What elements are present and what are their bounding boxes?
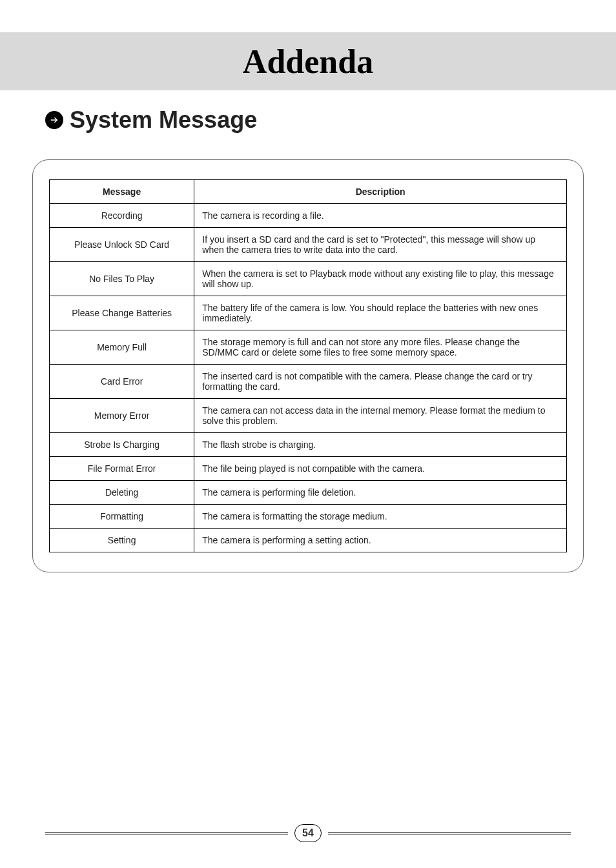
desc-cell: The camera is performing file deletion. bbox=[194, 481, 567, 505]
section-heading: System Message bbox=[45, 106, 616, 134]
table-row: Memory FullThe storage memory is full an… bbox=[50, 330, 567, 365]
col-header-description: Description bbox=[194, 180, 567, 204]
desc-cell: The camera is performing a setting actio… bbox=[194, 529, 567, 552]
msg-cell: Memory Error bbox=[50, 399, 194, 433]
msg-cell: Recording bbox=[50, 204, 194, 228]
table-row: Strobe Is ChargingThe flash strobe is ch… bbox=[50, 433, 567, 457]
desc-cell: The file being played is not compatible … bbox=[194, 457, 567, 481]
msg-cell: Deleting bbox=[50, 481, 194, 505]
table-row: FormattingThe camera is formatting the s… bbox=[50, 505, 567, 529]
msg-cell: Formatting bbox=[50, 505, 194, 529]
page-title: Addenda bbox=[243, 43, 373, 81]
msg-cell: Please Change Batteries bbox=[50, 296, 194, 330]
table-row: No Files To PlayWhen the camera is set t… bbox=[50, 262, 567, 296]
table-row: Please Change BatteriesThe battery life … bbox=[50, 296, 567, 330]
table-row: DeletingThe camera is performing file de… bbox=[50, 481, 567, 505]
desc-cell: The camera is formatting the storage med… bbox=[194, 505, 567, 529]
table-panel: Message Description RecordingThe camera … bbox=[32, 159, 584, 572]
title-banner: Addenda bbox=[0, 32, 616, 90]
msg-cell: Strobe Is Charging bbox=[50, 433, 194, 457]
desc-cell: The inserted card is not compatible with… bbox=[194, 365, 567, 399]
section-title-text: System Message bbox=[70, 106, 257, 134]
desc-cell: If you insert a SD card and the card is … bbox=[194, 228, 567, 262]
arrow-right-circle-icon bbox=[45, 111, 63, 129]
desc-cell: The flash strobe is charging. bbox=[194, 433, 567, 457]
msg-cell: File Format Error bbox=[50, 457, 194, 481]
desc-cell: The camera can not access data in the in… bbox=[194, 399, 567, 433]
msg-cell: Please Unlock SD Card bbox=[50, 228, 194, 262]
table-row: RecordingThe camera is recording a file. bbox=[50, 204, 567, 228]
desc-cell: The battery life of the camera is low. Y… bbox=[194, 296, 567, 330]
table-row: SettingThe camera is performing a settin… bbox=[50, 529, 567, 552]
msg-cell: Memory Full bbox=[50, 330, 194, 365]
table-row: Memory ErrorThe camera can not access da… bbox=[50, 399, 567, 433]
table-header-row: Message Description bbox=[50, 180, 567, 204]
message-table: Message Description RecordingThe camera … bbox=[49, 179, 567, 552]
col-header-message: Message bbox=[50, 180, 194, 204]
desc-cell: The camera is recording a file. bbox=[194, 204, 567, 228]
table-row: File Format ErrorThe file being played i… bbox=[50, 457, 567, 481]
page-footer: 54 bbox=[0, 824, 616, 842]
msg-cell: Setting bbox=[50, 529, 194, 552]
page-number: 54 bbox=[294, 824, 322, 842]
desc-cell: When the camera is set to Playback mode … bbox=[194, 262, 567, 296]
msg-cell: Card Error bbox=[50, 365, 194, 399]
desc-cell: The storage memory is full and can not s… bbox=[194, 330, 567, 365]
msg-cell: No Files To Play bbox=[50, 262, 194, 296]
footer-rule-right bbox=[328, 832, 571, 834]
table-row: Please Unlock SD CardIf you insert a SD … bbox=[50, 228, 567, 262]
footer-rule-left bbox=[45, 832, 288, 834]
table-row: Card ErrorThe inserted card is not compa… bbox=[50, 365, 567, 399]
